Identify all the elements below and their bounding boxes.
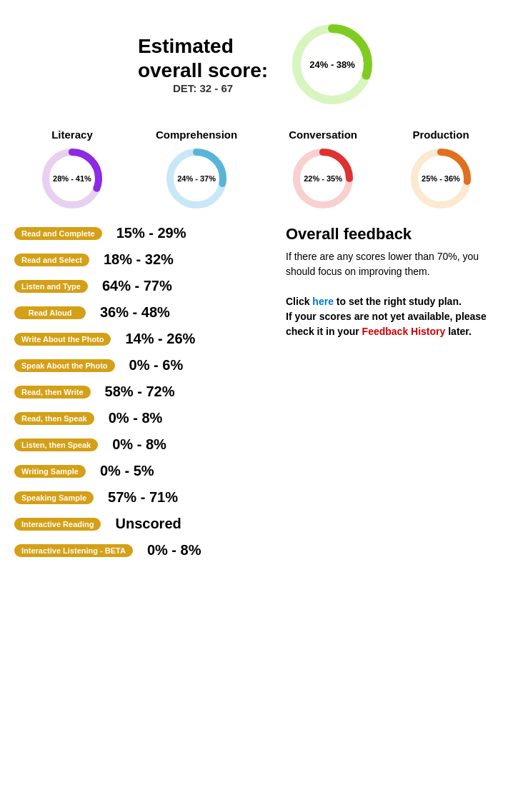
score-tag: Listen and Type bbox=[14, 280, 88, 293]
feedback-line3: If your scores are not yet available, pl… bbox=[286, 311, 487, 337]
score-row: Read and Select18% - 32% bbox=[14, 251, 272, 268]
category-comprehension: Comprehension 24% - 37% bbox=[156, 129, 237, 211]
conversation-donut: 22% - 35% bbox=[291, 146, 355, 211]
score-value: 14% - 26% bbox=[125, 331, 195, 347]
score-row: Writing Sample0% - 5% bbox=[14, 463, 272, 479]
score-row: Listen, then Speak0% - 8% bbox=[14, 436, 272, 453]
literacy-title: Literacy bbox=[51, 129, 93, 141]
score-tag: Listen, then Speak bbox=[14, 438, 98, 451]
score-tag: Speak About the Photo bbox=[14, 359, 115, 372]
categories-row: Literacy 28% - 41% Comprehension 24% - 3… bbox=[14, 129, 499, 211]
comprehension-title: Comprehension bbox=[156, 129, 237, 141]
score-value: Unscored bbox=[115, 516, 181, 532]
score-value: 0% - 5% bbox=[100, 463, 154, 479]
score-row: Read, then Speak0% - 8% bbox=[14, 410, 272, 426]
score-value: 15% - 29% bbox=[116, 225, 186, 241]
score-value: 0% - 6% bbox=[129, 357, 184, 374]
conversation-title: Conversation bbox=[289, 129, 357, 141]
score-row: Read, then Write58% - 72% bbox=[14, 384, 272, 400]
header-text: Estimated overall score: DET: 32 - 67 bbox=[138, 34, 268, 94]
det-score: DET: 32 - 67 bbox=[138, 82, 268, 94]
comprehension-score: 24% - 37% bbox=[177, 174, 216, 183]
score-tag: Writing Sample bbox=[14, 465, 86, 478]
score-list: Read and Complete15% - 29%Read and Selec… bbox=[14, 225, 272, 568]
score-row: Interactive Listening - BETA0% - 8% bbox=[14, 542, 272, 558]
feedback-history-link[interactable]: Feedback History bbox=[362, 326, 446, 337]
main-donut: 24% - 38% bbox=[289, 21, 375, 107]
score-tag: Interactive Reading bbox=[14, 518, 101, 531]
page-title: Estimated overall score: bbox=[138, 34, 268, 82]
score-value: 0% - 8% bbox=[147, 542, 201, 558]
literacy-donut: 28% - 41% bbox=[40, 146, 104, 211]
production-donut: 25% - 36% bbox=[409, 146, 473, 211]
score-value: 0% - 8% bbox=[109, 410, 163, 426]
score-tag: Read and Select bbox=[14, 254, 89, 266]
score-row: Read and Complete15% - 29% bbox=[14, 225, 272, 241]
score-row: Listen and Type64% - 77% bbox=[14, 278, 272, 294]
comprehension-donut: 24% - 37% bbox=[164, 146, 229, 211]
feedback-line1: If there are any scores lower than 70%, … bbox=[286, 251, 479, 277]
score-value: 0% - 8% bbox=[112, 436, 166, 453]
header-section: Estimated overall score: DET: 32 - 67 24… bbox=[14, 14, 499, 107]
score-row: Speaking Sample57% - 71% bbox=[14, 489, 272, 506]
score-feedback-section: Read and Complete15% - 29%Read and Selec… bbox=[14, 225, 499, 568]
main-score-label: 24% - 38% bbox=[309, 59, 355, 70]
feedback-line2: Click here to set the right study plan. bbox=[286, 296, 462, 307]
score-tag: Write About the Photo bbox=[14, 333, 111, 346]
feedback-title: Overall feedback bbox=[286, 225, 499, 244]
score-row: Interactive ReadingUnscored bbox=[14, 516, 272, 532]
here-link[interactable]: here bbox=[312, 296, 334, 307]
score-tag: Read Aloud bbox=[14, 306, 86, 319]
category-literacy: Literacy 28% - 41% bbox=[40, 129, 104, 211]
score-tag: Read, then Speak bbox=[14, 412, 94, 425]
score-value: 36% - 48% bbox=[100, 304, 170, 321]
category-production: Production 25% - 36% bbox=[409, 129, 473, 211]
score-value: 18% - 32% bbox=[104, 251, 174, 268]
score-tag: Interactive Listening - BETA bbox=[14, 544, 133, 557]
score-row: Read Aloud36% - 48% bbox=[14, 304, 272, 321]
production-score: 25% - 36% bbox=[422, 174, 460, 183]
score-tag: Read, then Write bbox=[14, 386, 91, 399]
score-tag: Read and Complete bbox=[14, 227, 102, 240]
feedback-body: If there are any scores lower than 70%, … bbox=[286, 249, 499, 339]
score-value: 58% - 72% bbox=[105, 384, 175, 400]
feedback-section: Overall feedback If there are any scores… bbox=[286, 225, 499, 568]
score-value: 57% - 71% bbox=[108, 489, 178, 506]
score-row: Speak About the Photo0% - 6% bbox=[14, 357, 272, 374]
score-tag: Speaking Sample bbox=[14, 491, 94, 504]
conversation-score: 22% - 35% bbox=[304, 174, 342, 183]
literacy-score: 28% - 41% bbox=[53, 174, 91, 183]
production-title: Production bbox=[412, 129, 469, 141]
score-row: Write About the Photo14% - 26% bbox=[14, 331, 272, 347]
score-value: 64% - 77% bbox=[102, 278, 172, 294]
category-conversation: Conversation 22% - 35% bbox=[289, 129, 357, 211]
